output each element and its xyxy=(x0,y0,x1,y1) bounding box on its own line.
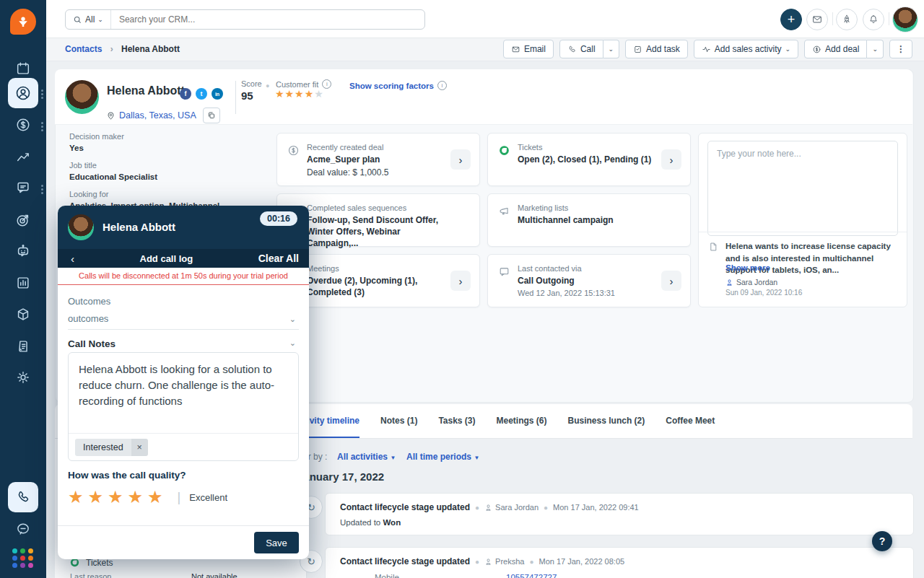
facebook-icon[interactable]: f xyxy=(180,88,191,100)
quick-add-button[interactable]: + xyxy=(780,9,802,30)
separator-dot: ● xyxy=(475,558,479,566)
divider: | xyxy=(178,490,181,505)
bell-icon xyxy=(868,14,879,25)
filter-activities-dropdown[interactable]: All activities ▼ xyxy=(337,452,396,462)
phone-icon[interactable] xyxy=(8,482,38,512)
call-dialog-title: Add call log xyxy=(74,253,258,264)
call-notes-input[interactable]: Helena Abbott is looking for a solution … xyxy=(69,353,298,417)
entry-title: Contact lifecycle stage updated xyxy=(340,556,470,566)
clear-all-button[interactable]: Clear All xyxy=(258,253,299,264)
outcomes-label: Outcomes xyxy=(68,296,299,307)
copy-button[interactable] xyxy=(203,108,220,123)
conversations-icon[interactable] xyxy=(8,172,38,203)
call-dropdown-button[interactable]: ⌄ xyxy=(603,40,620,58)
field-label: Job title xyxy=(69,161,97,170)
recent-deal-card[interactable]: Recently created dealAcme_Super planDeal… xyxy=(276,133,480,186)
last-contacted-card[interactable]: Last contacted viaCall OutgoingWed 12 Ja… xyxy=(487,254,691,307)
tag-close-icon[interactable]: × xyxy=(131,439,148,456)
help-button[interactable]: ? xyxy=(872,531,892,551)
twitter-icon[interactable]: t xyxy=(196,88,207,100)
marketing-target-icon[interactable] xyxy=(8,205,38,235)
separator-dot: ● xyxy=(544,504,548,512)
breadcrumb: Contacts › Helena Abbott xyxy=(65,44,180,54)
tickets-card[interactable]: TicketsOpen (2), Closed (1), Pending (1)… xyxy=(487,133,691,186)
card-expand-button[interactable]: › xyxy=(661,271,681,291)
breadcrumb-bar: Contacts › Helena Abbott Email Call ⌄ Ad… xyxy=(46,38,924,61)
customer-fit-stars: ★★★★★ xyxy=(275,88,324,100)
email-button[interactable]: Email xyxy=(503,40,554,58)
deals-icon[interactable] xyxy=(8,110,38,140)
products-icon[interactable] xyxy=(8,299,38,330)
timeline-entry: Contact lifecycle stage updated ● Sara J… xyxy=(325,493,914,535)
outcomes-select[interactable]: outcomes ⌄ xyxy=(68,312,299,330)
breadcrumb-contacts-link[interactable]: Contacts xyxy=(65,44,102,54)
freshsales-crm-app: All ⌄ + Contacts › Helena Abbott Email C… xyxy=(0,0,924,578)
show-scoring-factors-link[interactable]: Show scoring factors xyxy=(349,82,434,90)
bot-icon[interactable] xyxy=(8,236,38,266)
field-label: Looking for xyxy=(69,190,108,198)
last-reason-label: Last reason xyxy=(70,572,111,578)
trial-warning: Calls will be disconnected at 1m 50s dur… xyxy=(58,268,309,285)
linkedin-icon[interactable]: in xyxy=(212,88,223,100)
tab-notes[interactable]: Notes (1) xyxy=(380,404,417,437)
card-expand-button[interactable]: › xyxy=(450,271,471,291)
app-switcher-icon[interactable] xyxy=(8,543,38,573)
chat-bubble-icon[interactable] xyxy=(8,514,38,544)
interested-tag: Interested× xyxy=(75,439,148,456)
tab-meetings[interactable]: Meetings (6) xyxy=(497,404,547,437)
reports-icon[interactable] xyxy=(8,268,38,298)
entry-author: Preksha xyxy=(495,557,524,566)
search-scope-dropdown[interactable]: All ⌄ xyxy=(66,10,111,29)
divider xyxy=(699,232,907,232)
timeline-date-header: January 17, 2022 xyxy=(297,470,384,483)
contacts-menu-dots[interactable] xyxy=(41,88,43,100)
author-stamp-icon xyxy=(484,558,492,566)
entry-detail-label: Mobile xyxy=(375,573,399,578)
topbar-divider xyxy=(889,12,889,25)
filter-periods-dropdown[interactable]: All time periods ▼ xyxy=(406,452,479,462)
email-inbox-button[interactable] xyxy=(806,9,828,30)
add-deal-dropdown-button[interactable]: ⌄ xyxy=(867,40,884,58)
add-sales-activity-button[interactable]: Add sales activity⌄ xyxy=(694,40,798,58)
deals-menu-dots[interactable] xyxy=(41,121,43,133)
call-quality-rating: ★★★★★ | Excellent xyxy=(68,487,299,507)
card-expand-button[interactable]: › xyxy=(450,149,471,170)
entry-author: Sara Jordan xyxy=(495,503,539,512)
note-input[interactable] xyxy=(707,141,898,236)
more-actions-button[interactable]: ⋮ xyxy=(889,40,912,58)
tab-coffee-meet[interactable]: Coffee Meet xyxy=(666,404,715,437)
call-contact-avatar xyxy=(68,214,94,240)
tab-tasks[interactable]: Tasks (3) xyxy=(438,404,475,437)
add-deal-button[interactable]: Add deal xyxy=(804,40,867,58)
quality-stars[interactable]: ★★★★★ xyxy=(68,487,167,507)
user-avatar[interactable] xyxy=(892,6,918,32)
info-icon[interactable]: i xyxy=(437,81,447,90)
call-notes-header[interactable]: Call Notes ⌄ xyxy=(68,337,299,350)
documents-icon[interactable] xyxy=(8,331,38,362)
kebab-icon: ⋮ xyxy=(897,44,905,54)
whats-new-button[interactable] xyxy=(836,9,858,30)
tab-business-lunch[interactable]: Business lunch (2) xyxy=(568,404,645,437)
save-button[interactable]: Save xyxy=(254,532,299,553)
entry-phone-link[interactable]: 10557472727 xyxy=(506,573,557,578)
contacts-icon[interactable] xyxy=(8,78,38,108)
freshworks-logo-icon[interactable] xyxy=(10,9,36,35)
add-task-button[interactable]: Add task xyxy=(625,40,688,58)
card-expand-button[interactable]: › xyxy=(661,149,681,170)
call-button[interactable]: Call xyxy=(559,40,603,58)
global-search[interactable]: All ⌄ xyxy=(65,9,425,30)
field-value: Educational Specialist xyxy=(69,172,157,181)
call-dialog-header: Helena Abbott 00:16 xyxy=(58,206,309,249)
last-reason-value: Not available xyxy=(191,572,237,578)
contact-location-link[interactable]: Dallas, Texas, USA xyxy=(119,110,196,121)
show-more-link[interactable]: Show more xyxy=(725,263,770,272)
call-contact-name: Helena Abbott xyxy=(103,221,175,233)
analytics-icon[interactable] xyxy=(8,141,38,172)
marketing-lists-card[interactable]: Marketing listsMultichannel campaign xyxy=(487,193,691,247)
conversations-menu-dots[interactable] xyxy=(41,183,43,196)
settings-gear-icon[interactable] xyxy=(8,362,38,393)
search-input[interactable] xyxy=(111,14,424,25)
call-timer-badge: 00:16 xyxy=(260,211,297,226)
chevron-down-icon: ⌄ xyxy=(289,338,296,348)
notifications-button[interactable] xyxy=(863,9,884,30)
